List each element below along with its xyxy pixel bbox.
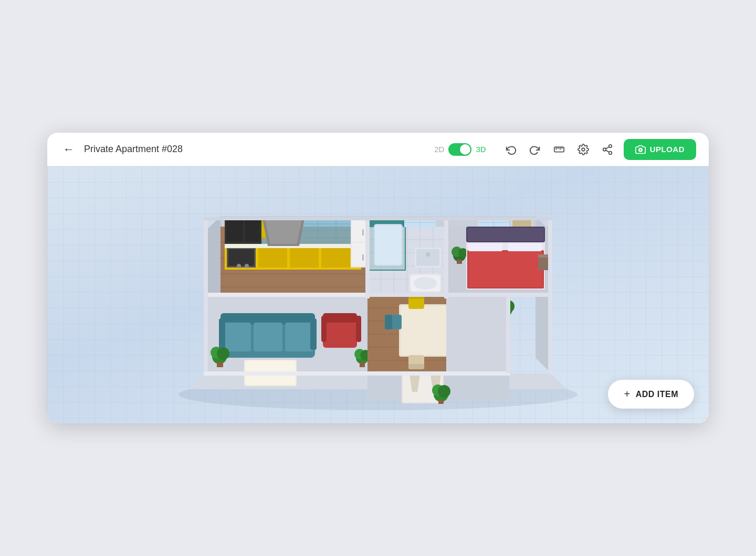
svg-rect-111 (323, 319, 357, 348)
svg-marker-49 (265, 220, 302, 244)
svg-rect-74 (416, 249, 439, 266)
svg-rect-159 (204, 293, 369, 297)
svg-rect-168 (506, 293, 510, 373)
ruler-icon (553, 144, 565, 155)
app-card: ← Private Apartment #028 2D 3D (47, 133, 709, 423)
svg-line-10 (606, 146, 609, 148)
view-mode-toggle[interactable] (448, 143, 471, 156)
back-button[interactable]: ← (60, 140, 78, 159)
view-toggle: 2D 3D (434, 143, 486, 156)
add-item-button[interactable]: + ADD ITEM (608, 380, 694, 409)
apartment-scene (142, 174, 614, 415)
svg-rect-160 (204, 217, 208, 375)
svg-point-75 (426, 252, 430, 256)
svg-rect-41 (290, 248, 319, 268)
svg-rect-105 (254, 323, 282, 351)
svg-point-5 (582, 148, 585, 151)
share-button[interactable] (600, 142, 615, 157)
svg-rect-98 (508, 243, 542, 251)
settings-button[interactable] (575, 142, 591, 157)
camera-icon (635, 144, 646, 155)
svg-rect-167 (365, 293, 552, 297)
svg-marker-158 (446, 295, 509, 373)
view-3d-label: 3D (476, 145, 486, 154)
svg-rect-42 (321, 248, 350, 268)
svg-point-45 (237, 264, 241, 268)
svg-rect-55 (352, 243, 365, 266)
undo-icon (505, 144, 517, 155)
ruler-button[interactable] (551, 142, 567, 157)
back-icon: ← (63, 143, 75, 156)
toolbar: ← Private Apartment #028 2D 3D (47, 133, 709, 166)
svg-rect-114 (356, 316, 361, 342)
svg-rect-118 (217, 362, 223, 367)
viewport[interactable]: + ADD ITEM (47, 166, 709, 423)
svg-rect-122 (360, 362, 365, 367)
svg-rect-140 (385, 315, 392, 329)
svg-point-156 (438, 385, 450, 398)
upload-button[interactable]: UPLOAD (624, 139, 696, 160)
svg-rect-40 (258, 248, 287, 268)
svg-rect-106 (285, 323, 313, 351)
svg-rect-113 (321, 316, 327, 342)
svg-rect-139 (391, 315, 402, 329)
svg-rect-97 (468, 243, 502, 251)
svg-rect-108 (310, 318, 317, 350)
svg-rect-162 (444, 217, 448, 298)
svg-rect-131 (408, 297, 424, 309)
page-title: Private Apartment #028 (84, 144, 428, 155)
svg-point-78 (414, 277, 437, 290)
svg-rect-166 (368, 371, 510, 376)
redo-icon (529, 144, 541, 155)
svg-line-9 (606, 150, 609, 152)
toolbar-actions: UPLOAD (503, 139, 696, 160)
svg-rect-91 (457, 260, 462, 264)
svg-rect-165 (204, 371, 368, 376)
svg-rect-52 (245, 219, 260, 242)
toggle-knob (460, 144, 470, 155)
svg-rect-44 (228, 249, 254, 266)
svg-point-117 (217, 347, 229, 360)
plus-icon: + (624, 388, 630, 400)
undo-button[interactable] (503, 142, 519, 157)
scene-container (47, 166, 709, 423)
svg-rect-56 (362, 229, 364, 236)
svg-rect-112 (323, 313, 357, 323)
redo-button[interactable] (527, 142, 543, 157)
svg-point-12 (639, 148, 642, 151)
svg-point-46 (245, 264, 249, 268)
svg-rect-72 (375, 225, 402, 265)
svg-rect-57 (362, 254, 364, 261)
svg-rect-93 (467, 228, 544, 241)
add-item-label: ADD ITEM (636, 390, 678, 399)
upload-label: UPLOAD (650, 145, 685, 154)
gear-icon (578, 144, 589, 155)
view-2d-label: 2D (434, 145, 444, 154)
svg-rect-107 (219, 318, 225, 350)
svg-rect-164 (204, 217, 552, 220)
svg-rect-161 (365, 217, 370, 298)
svg-rect-104 (222, 323, 251, 351)
svg-rect-51 (226, 219, 243, 242)
svg-rect-136 (408, 364, 424, 369)
svg-rect-157 (438, 400, 444, 404)
svg-rect-96 (468, 251, 543, 287)
share-icon (602, 144, 613, 155)
